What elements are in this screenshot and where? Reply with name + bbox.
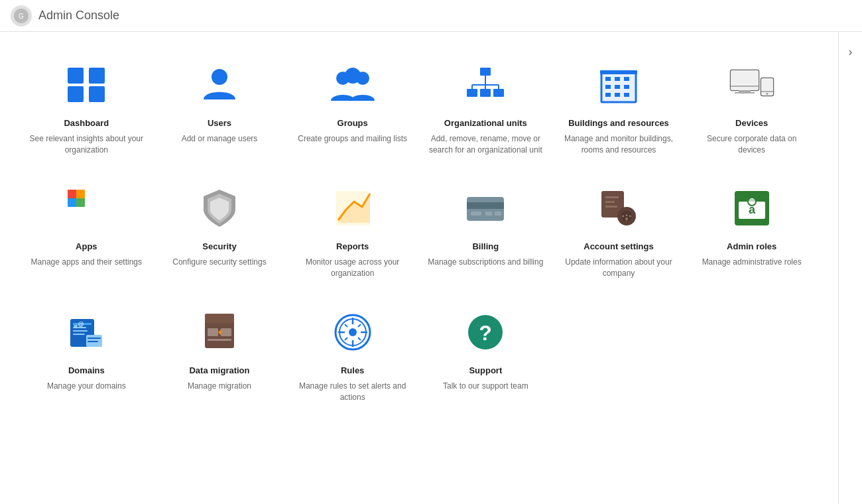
reports-desc: Monitor usage across your organization bbox=[294, 257, 411, 279]
svg-point-86 bbox=[349, 328, 357, 336]
svg-rect-35 bbox=[735, 92, 755, 94]
tile-org-units[interactable]: Organizational units Add, remove, rename… bbox=[419, 45, 552, 168]
groups-title: Groups bbox=[338, 118, 368, 129]
org-units-desc: Add, remove, rename, move or search for … bbox=[427, 133, 544, 156]
tile-data-migration[interactable]: Data migration Manage migration bbox=[153, 292, 286, 416]
tile-admin-roles[interactable]: a Admin roles Manage administrative role… bbox=[685, 168, 818, 292]
main-container: Dashboard See relevant insights about yo… bbox=[0, 32, 862, 504]
svg-rect-60 bbox=[605, 201, 615, 203]
svg-rect-51 bbox=[467, 202, 504, 209]
tile-rules[interactable]: Rules Manage rules to set alerts and act… bbox=[286, 292, 419, 416]
svg-point-9 bbox=[356, 72, 369, 85]
svg-rect-82 bbox=[221, 328, 231, 336]
account-settings-title: Account settings bbox=[584, 241, 653, 253]
svg-point-6 bbox=[212, 69, 227, 85]
chevron-panel[interactable]: › bbox=[838, 32, 862, 504]
support-title: Support bbox=[469, 365, 502, 377]
svg-rect-22 bbox=[615, 77, 620, 81]
billing-icon bbox=[462, 184, 509, 232]
svg-rect-54 bbox=[495, 212, 501, 216]
svg-rect-27 bbox=[605, 93, 611, 97]
svg-rect-52 bbox=[471, 212, 481, 216]
svg-text:@: @ bbox=[78, 321, 84, 328]
apps-icon bbox=[62, 184, 110, 232]
support-desc: Talk to our support team bbox=[443, 381, 528, 392]
svg-rect-24 bbox=[605, 85, 611, 89]
buildings-icon bbox=[595, 61, 643, 109]
tile-reports[interactable]: Reports Monitor usage across your organi… bbox=[286, 168, 419, 292]
users-title: Users bbox=[208, 118, 231, 129]
rules-desc: Manage rules to set alerts and actions bbox=[294, 381, 411, 403]
svg-rect-10 bbox=[480, 68, 491, 76]
svg-rect-71 bbox=[73, 334, 85, 335]
svg-text:a: a bbox=[749, 203, 756, 216]
svg-rect-43 bbox=[68, 198, 76, 207]
apps-desc: Manage apps and their settings bbox=[31, 257, 142, 268]
dashboard-desc: See relevant insights about your organiz… bbox=[28, 133, 145, 156]
security-icon bbox=[196, 184, 243, 232]
svg-rect-53 bbox=[485, 212, 492, 216]
support-icon: ? bbox=[462, 308, 509, 356]
svg-rect-3 bbox=[89, 68, 105, 84]
rules-title: Rules bbox=[341, 365, 364, 377]
svg-rect-83 bbox=[208, 339, 231, 341]
svg-rect-11 bbox=[467, 89, 477, 97]
data-migration-desc: Manage migration bbox=[188, 381, 251, 392]
rules-icon bbox=[329, 308, 377, 356]
buildings-desc: Manage and monitor buildings, rooms and … bbox=[560, 133, 678, 156]
tiles-grid: Dashboard See relevant insights about yo… bbox=[20, 45, 818, 416]
svg-rect-23 bbox=[624, 77, 629, 81]
svg-rect-61 bbox=[605, 206, 617, 208]
account-settings-desc: Update information about your company bbox=[560, 257, 678, 279]
svg-rect-28 bbox=[615, 93, 620, 97]
data-migration-title: Data migration bbox=[189, 365, 249, 377]
svg-rect-76 bbox=[88, 341, 98, 342]
svg-rect-13 bbox=[493, 89, 504, 97]
billing-desc: Manage subscriptions and billing bbox=[428, 257, 543, 268]
svg-rect-41 bbox=[68, 190, 76, 198]
dashboard-icon bbox=[62, 61, 110, 109]
devices-desc: Secure corporate data on devices bbox=[693, 133, 810, 156]
tile-apps[interactable]: Apps Manage apps and their settings bbox=[20, 168, 153, 292]
domains-icon: @ @ bbox=[62, 308, 110, 356]
svg-rect-2 bbox=[68, 68, 84, 84]
admin-roles-desc: Manage administrative roles bbox=[702, 257, 802, 268]
svg-text:G: G bbox=[19, 13, 24, 20]
admin-roles-title: Admin roles bbox=[727, 241, 776, 253]
svg-rect-4 bbox=[68, 86, 84, 102]
admin-roles-icon: a bbox=[728, 184, 776, 232]
svg-rect-25 bbox=[615, 85, 620, 89]
svg-text:?: ? bbox=[479, 321, 493, 345]
tile-domains[interactable]: @ @ Domains Manage your domains bbox=[20, 292, 153, 416]
users-desc: Add or manage users bbox=[182, 133, 258, 145]
buildings-title: Buildings and resources bbox=[568, 118, 669, 129]
svg-rect-21 bbox=[605, 77, 611, 81]
header: G Admin Console bbox=[0, 0, 862, 32]
groups-desc: Create groups and mailing lists bbox=[298, 133, 407, 145]
tile-support[interactable]: ? Support Talk to our support team bbox=[419, 292, 552, 416]
devices-icon bbox=[728, 61, 776, 109]
tile-dashboard[interactable]: Dashboard See relevant insights about yo… bbox=[20, 45, 153, 168]
reports-icon bbox=[329, 184, 377, 232]
tile-security[interactable]: Security Configure security settings bbox=[153, 168, 286, 292]
svg-rect-42 bbox=[76, 190, 85, 198]
domains-title: Domains bbox=[68, 365, 105, 377]
svg-rect-59 bbox=[605, 196, 619, 198]
tile-devices[interactable]: Devices Secure corporate data on devices bbox=[685, 45, 818, 168]
svg-rect-29 bbox=[624, 93, 629, 97]
tile-billing[interactable]: Billing Manage subscriptions and billing bbox=[419, 168, 552, 292]
svg-rect-5 bbox=[89, 86, 105, 102]
security-title: Security bbox=[202, 241, 236, 253]
svg-rect-44 bbox=[76, 198, 85, 207]
svg-rect-65 bbox=[741, 199, 763, 202]
tile-groups[interactable]: Groups Create groups and mailing lists bbox=[286, 45, 419, 168]
org-units-title: Organizational units bbox=[444, 118, 527, 129]
groups-icon bbox=[329, 61, 377, 109]
tile-users[interactable]: Users Add or manage users bbox=[153, 45, 286, 168]
svg-rect-30 bbox=[600, 70, 637, 74]
svg-rect-75 bbox=[88, 338, 101, 339]
devices-title: Devices bbox=[735, 118, 768, 129]
tile-buildings[interactable]: Buildings and resources Manage and monit… bbox=[552, 45, 686, 168]
svg-point-39 bbox=[766, 93, 768, 95]
tile-account-settings[interactable]: Account settings Update information abou… bbox=[552, 168, 686, 292]
